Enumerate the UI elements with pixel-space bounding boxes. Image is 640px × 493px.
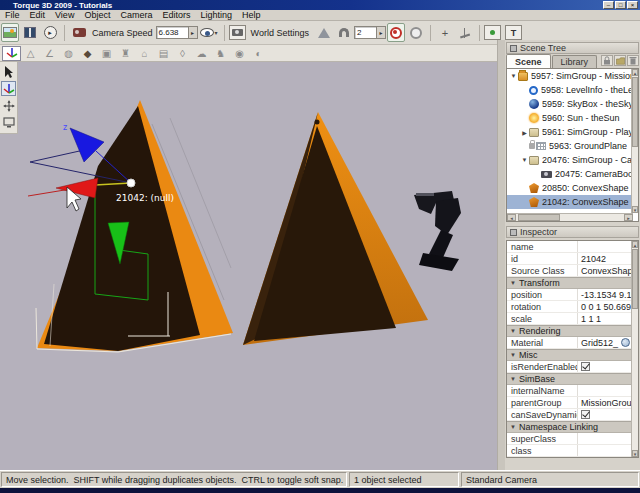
expand-arrow-icon[interactable]: ▼ <box>509 73 518 79</box>
scroll-right-icon[interactable]: ▸ <box>624 214 633 221</box>
scroll-down-icon[interactable]: ▾ <box>632 450 638 457</box>
river-editor-tool[interactable]: ☁ <box>192 46 211 61</box>
field-value[interactable] <box>577 433 638 444</box>
tree-item-missiongroup[interactable]: ▼ 5957: SimGroup - MissionGroup <box>507 69 638 83</box>
add-object-button[interactable]: + <box>436 23 454 42</box>
camera-settings-button[interactable] <box>229 25 246 40</box>
field-value[interactable]: Grid512_ <box>577 337 638 348</box>
inspector-section-namespace[interactable]: ▼Namespace Linking <box>507 421 638 433</box>
tree-item-groundplane[interactable]: 5963: GroundPlane <box>507 139 638 153</box>
material-editor-tool[interactable]: ◍ <box>59 46 78 61</box>
maximize-button[interactable]: □ <box>615 1 626 9</box>
text-editor-button[interactable]: T <box>505 25 522 40</box>
viewport-3d[interactable]: 21042: (null) z <box>0 62 497 470</box>
soft-snap-button[interactable] <box>387 23 405 42</box>
inspector-section-rendering[interactable]: ▼Rendering <box>507 325 638 337</box>
snap-size-field[interactable]: 2▸ <box>354 26 386 39</box>
minimize-button[interactable]: – <box>603 1 614 9</box>
checkbox-checked[interactable] <box>581 410 590 419</box>
field-value[interactable]: -13.1534 9.124 <box>577 289 638 300</box>
terrain-editor-tool[interactable]: △ <box>21 46 40 61</box>
decal-editor-tool[interactable]: ♜ <box>116 46 135 61</box>
menu-editors[interactable]: Editors <box>157 10 195 20</box>
panels-button[interactable] <box>21 23 39 42</box>
scroll-left-icon[interactable]: ◂ <box>507 214 516 221</box>
panel-splitter[interactable] <box>497 40 505 470</box>
shape-editor-tool[interactable]: ◉ <box>230 46 249 61</box>
tab-library[interactable]: Library <box>552 55 598 68</box>
forest-editor-tool[interactable]: ⌂ <box>135 46 154 61</box>
tree-item-camerabookmark[interactable]: 20475: CameraBookmark [N <box>507 167 638 181</box>
spinner-arrow-icon[interactable]: ▸ <box>376 27 385 38</box>
field-value[interactable]: ConvexShape <box>577 265 638 276</box>
world-editor-tool[interactable] <box>2 46 21 61</box>
select-tool[interactable] <box>1 64 16 79</box>
material-globe-icon[interactable] <box>621 338 630 347</box>
scale-tool[interactable] <box>1 115 16 130</box>
grid-snap-button[interactable] <box>407 23 425 42</box>
field-value[interactable]: 0 0 1 50.6699 <box>577 301 638 312</box>
inspector-section-transform[interactable]: ▼Transform <box>507 277 638 289</box>
particle-editor-tool[interactable]: ◊ <box>173 46 192 61</box>
gizmo-center-handle[interactable] <box>127 179 135 187</box>
close-button[interactable]: × <box>627 1 638 9</box>
scroll-down-icon[interactable]: ▾ <box>632 206 638 213</box>
field-value[interactable] <box>577 241 638 252</box>
move-tool[interactable] <box>1 81 16 96</box>
object-height-button[interactable] <box>315 23 333 42</box>
rotate-tool[interactable] <box>1 98 16 113</box>
camera-menu-button[interactable] <box>70 23 88 42</box>
inspector-vertical-scrollbar[interactable]: ▴ ▾ <box>631 241 638 457</box>
tree-item-convexshape-21042-selected[interactable]: 21042: ConvexShape <box>507 195 638 209</box>
scrollbar-thumb[interactable] <box>632 77 638 147</box>
menu-file[interactable]: File <box>0 10 25 20</box>
datablock-editor-tool[interactable]: ▣ <box>97 46 116 61</box>
lock-button[interactable] <box>601 55 613 66</box>
sketch-tool[interactable]: ◆ <box>78 46 97 61</box>
tree-item-camerabookmarks[interactable]: ▼ 20476: SimGroup - CameraBoo <box>507 153 638 167</box>
scroll-up-icon[interactable]: ▴ <box>632 69 638 76</box>
menu-camera[interactable]: Camera <box>115 10 157 20</box>
play-button[interactable]: ▸ <box>41 23 59 42</box>
tree-item-playerdroppoints[interactable]: ▶ 5961: SimGroup - PlayerDropPo <box>507 125 638 139</box>
tree-horizontal-scrollbar[interactable]: ◂ ▸ <box>507 213 633 221</box>
new-group-button[interactable] <box>614 55 626 66</box>
field-value[interactable] <box>577 445 638 456</box>
scroll-up-icon[interactable]: ▴ <box>632 241 638 248</box>
tab-scene[interactable]: Scene <box>506 54 551 68</box>
expand-arrow-icon[interactable]: ▼ <box>520 157 529 163</box>
visibility-button[interactable]: ▾ <box>199 23 219 42</box>
checkbox-checked[interactable] <box>581 362 590 371</box>
scene-visibility-button[interactable] <box>1 23 19 42</box>
render-bounds-button[interactable] <box>484 25 501 40</box>
expand-arrow-icon[interactable]: ▶ <box>520 129 529 136</box>
mission-area-editor-tool[interactable]: ▤ <box>154 46 173 61</box>
delete-button[interactable] <box>627 55 639 66</box>
menu-edit[interactable]: Edit <box>25 10 51 20</box>
menu-view[interactable]: View <box>50 10 79 20</box>
field-value[interactable]: 21042 <box>577 253 638 264</box>
gizmo-x-arrow[interactable] <box>56 178 98 198</box>
scrollbar-thumb[interactable] <box>632 249 638 309</box>
menu-lighting[interactable]: Lighting <box>195 10 237 20</box>
road-editor-tool[interactable]: ♞ <box>211 46 230 61</box>
spinner-arrow-icon[interactable]: ▸ <box>188 27 197 38</box>
menu-help[interactable]: Help <box>237 10 266 20</box>
snap-toggle-button[interactable] <box>335 23 353 42</box>
inspector-section-misc[interactable]: ▼Misc <box>507 349 638 361</box>
field-value[interactable] <box>577 385 638 396</box>
tree-item-sun[interactable]: 5960: Sun - theSun <box>507 111 638 125</box>
weapon-model[interactable] <box>414 191 461 271</box>
menu-object[interactable]: Object <box>79 10 115 20</box>
inspector-section-simbase[interactable]: ▼SimBase <box>507 373 638 385</box>
gizmo-z-arrow[interactable] <box>70 128 104 162</box>
scrollbar-thumb[interactable] <box>518 214 560 221</box>
world-transform-button[interactable] <box>456 23 474 42</box>
field-value[interactable]: MissionGroup <box>577 397 638 408</box>
tree-item-convexshape-20850[interactable]: 20850: ConvexShape <box>507 181 638 195</box>
mesh-road-editor-tool[interactable]: ◐ <box>249 46 268 61</box>
tree-item-skybox[interactable]: 5959: SkyBox - theSky <box>507 97 638 111</box>
tree-item-levelinfo[interactable]: 5958: LevelInfo - theLevelInfo <box>507 83 638 97</box>
tree-vertical-scrollbar[interactable]: ▴ ▾ <box>631 69 638 213</box>
field-value[interactable]: 1 1 1 <box>577 313 638 324</box>
